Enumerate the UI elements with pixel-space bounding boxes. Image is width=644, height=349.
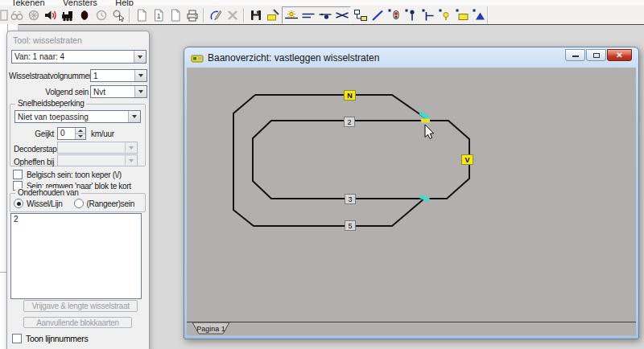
radio-icon[interactable] <box>74 199 84 208</box>
list-item[interactable]: 2 <box>11 214 141 224</box>
track-crossing-icon[interactable] <box>333 7 350 23</box>
kmuur-label: km/uur <box>91 129 114 138</box>
route-combo[interactable]: Van: 1 naar: 4 <box>11 50 147 64</box>
maximize-button[interactable] <box>586 49 606 61</box>
binoculars-icon[interactable] <box>8 7 25 23</box>
spin-up-icon[interactable] <box>76 128 85 134</box>
save-icon[interactable] <box>247 7 264 23</box>
track-highlight-icon[interactable] <box>283 7 299 23</box>
radio-label: (Rangeer)sein <box>87 199 134 208</box>
toolbar: 1 <box>0 6 644 25</box>
combo-value: 1 <box>93 71 134 81</box>
lamp-icon[interactable] <box>436 7 453 23</box>
radio-label: Wissel/Lijn <box>27 199 63 208</box>
wisselstraat-listbox[interactable]: 2 <box>10 213 142 299</box>
toolbar-group <box>0 7 126 23</box>
wheel-icon[interactable] <box>25 7 42 23</box>
toolbar-separator <box>129 8 130 23</box>
checkbox-label: Belgisch sein: toon keper (\/) <box>27 170 122 179</box>
document-1-icon[interactable]: 1 <box>150 7 167 23</box>
minimize-icon <box>572 50 579 57</box>
opheffen-bij-combo[interactable] <box>57 154 138 166</box>
radio-wissel-lijn[interactable]: Wissel/Lijn <box>14 199 63 208</box>
block-label-V[interactable]: V <box>461 154 473 165</box>
page-tabstrip: Pagina 1 <box>187 322 636 335</box>
locomotive-icon[interactable] <box>59 7 76 23</box>
menu-item-tekenen[interactable]: Tekenen <box>4 0 52 6</box>
new-document-icon[interactable] <box>133 7 150 23</box>
close-button[interactable]: ✕ <box>607 49 632 61</box>
spin-down-icon[interactable] <box>76 134 85 140</box>
decoderstap-combo[interactable] <box>57 142 138 154</box>
baanoverzicht-window: Baanoverzicht: vastleggen wisselstraten … <box>184 47 639 339</box>
toon-lijnnummers-checkbox[interactable]: Toon lijnnummers <box>12 334 88 343</box>
menu-item-vensters[interactable]: Vensters <box>56 0 105 6</box>
block-label-3[interactable]: 3 <box>345 194 356 204</box>
geijkt-spinner[interactable]: 0 <box>57 127 86 140</box>
chevron-down-icon <box>125 142 137 153</box>
partial-icon[interactable] <box>0 7 8 23</box>
wisselstraatvolgnummer-combo[interactable]: 1 <box>90 69 147 82</box>
yellow-plate-icon[interactable] <box>453 7 470 23</box>
toolbar-group <box>207 7 241 23</box>
volgend-sein-label: Volgend sein <box>9 88 89 96</box>
chevron-down-icon[interactable] <box>134 86 147 97</box>
block-label-5[interactable]: 5 <box>345 220 356 231</box>
track-segment-icon[interactable] <box>299 7 316 23</box>
block-label-2[interactable]: 2 <box>344 117 355 127</box>
combo-value: Niet van toepassing <box>18 112 127 122</box>
toolbar-icons: 1 <box>0 6 487 24</box>
chevron-down-icon[interactable] <box>134 51 146 63</box>
draw-line-icon[interactable] <box>369 7 386 23</box>
decoderstap-label: Decoderstap <box>14 145 56 154</box>
triangle-icon[interactable] <box>470 7 487 23</box>
track-detector-icon[interactable] <box>316 7 333 23</box>
route-combo-value: Van: 1 naar: 4 <box>14 51 133 62</box>
pole-flag-icon[interactable] <box>419 7 436 23</box>
chevron-down-icon <box>125 155 137 166</box>
toolbar-group <box>282 6 351 24</box>
block-label-N[interactable]: N <box>344 90 356 101</box>
chevron-down-icon[interactable] <box>134 70 147 81</box>
print-icon[interactable] <box>184 7 200 23</box>
checkbox-icon[interactable] <box>13 170 23 179</box>
volgend-sein-combo[interactable]: Nvt <box>90 85 147 98</box>
track-layout-canvas[interactable]: N2V35 <box>187 68 636 322</box>
minimize-button[interactable] <box>565 49 585 61</box>
radio--rangeer-sein[interactable]: (Rangeer)sein <box>74 199 134 208</box>
edit-pen-icon[interactable] <box>207 7 224 23</box>
signal-lamp-icon[interactable] <box>76 7 93 23</box>
speaker-icon[interactable] <box>42 7 59 23</box>
vrijgave-button[interactable]: Vrijgave & lengte wisselstraat <box>23 300 138 312</box>
group-label: Snelheidsbeperking <box>15 99 86 108</box>
wisselstraatvolgnummer-label: Wisselstraatvolgnummer <box>9 72 89 80</box>
track-labels-layer: N2V35 <box>187 68 636 322</box>
toolbar-group <box>352 7 487 23</box>
chevron-down-icon[interactable] <box>128 111 140 122</box>
snelheidsbeperking-group: Snelheidsbeperking Niet van toepassing G… <box>10 104 146 166</box>
snelheid-combo[interactable]: Niet van toepassing <box>14 110 141 123</box>
toolbar-group: 1 <box>133 7 200 23</box>
checkbox-icon[interactable] <box>12 334 22 343</box>
block-diagram-icon[interactable] <box>352 7 369 23</box>
menu-item-help[interactable]: Help <box>108 0 141 6</box>
page-tab-label: Pagina 1 <box>196 325 225 333</box>
clock-icon[interactable] <box>93 7 109 23</box>
toolbar-group <box>247 7 281 23</box>
signal-red-icon[interactable] <box>386 7 402 23</box>
tool-wisselstraten-panel: Tool: wisselstraten Van: 1 naar: 4 Wisse… <box>6 31 150 349</box>
pointer-tool-icon[interactable] <box>109 7 126 23</box>
toolbar-separator <box>203 8 204 23</box>
window-title: Baanoverzicht: vastleggen wisselstraten <box>208 52 565 64</box>
blokkaarten-button[interactable]: Aanvullende blokkaarten <box>23 317 132 328</box>
belgisch-sein-checkbox[interactable]: Belgisch sein: toon keper (\/) <box>13 170 122 179</box>
page-tab[interactable]: Pagina 1 <box>192 322 230 335</box>
document-icon[interactable] <box>167 7 184 23</box>
checkbox-label: Toon lijnnummers <box>26 334 88 343</box>
draw-note-icon[interactable] <box>264 7 281 23</box>
pole-dot-icon[interactable] <box>402 7 419 23</box>
radio-icon[interactable] <box>14 199 23 208</box>
window-titlebar[interactable]: Baanoverzicht: vastleggen wisselstraten … <box>187 47 636 68</box>
menu-bar: Tekenen Vensters Help <box>0 0 644 6</box>
delete-x-icon[interactable] <box>224 7 241 23</box>
